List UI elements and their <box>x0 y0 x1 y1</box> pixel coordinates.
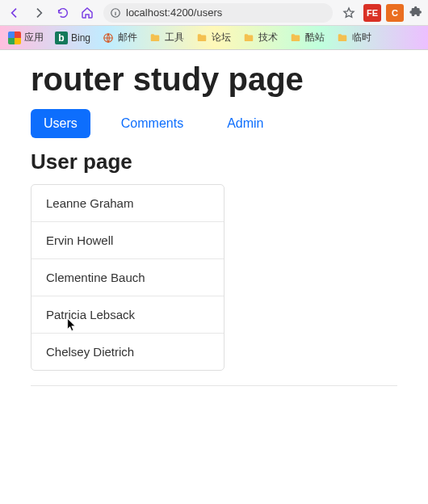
bookmark-label: 酷站 <box>305 31 325 44</box>
tab-users[interactable]: Users <box>31 109 90 138</box>
bookmark-label: 临时 <box>352 31 371 44</box>
bookmark-bing[interactable]: b Bing <box>52 30 94 46</box>
page-subtitle: User page <box>31 149 397 174</box>
star-icon[interactable] <box>338 2 360 24</box>
tab-comments[interactable]: Comments <box>108 109 196 138</box>
list-item[interactable]: Patricia Lebsack <box>31 296 224 334</box>
folder-icon <box>195 32 208 44</box>
user-name: Chelsey Dietrich <box>46 345 134 359</box>
bookmark-forum[interactable]: 论坛 <box>192 29 234 46</box>
bing-icon: b <box>55 32 68 44</box>
bookmark-label: 工具 <box>165 31 184 44</box>
user-name: Patricia Lebsack <box>46 308 135 321</box>
bookmark-cool[interactable]: 酷站 <box>286 29 328 46</box>
list-item[interactable]: Chelsey Dietrich <box>31 334 224 370</box>
nav-tabs: Users Comments Admin <box>31 109 397 138</box>
page-title: router study page <box>31 61 397 98</box>
bookmark-temp[interactable]: 临时 <box>333 29 375 46</box>
bookmark-apps[interactable]: 应用 <box>5 29 47 46</box>
folder-icon <box>289 32 302 44</box>
reload-icon[interactable] <box>52 2 74 24</box>
tab-label: Comments <box>121 116 183 130</box>
list-item[interactable]: Leanne Graham <box>31 185 224 222</box>
home-icon[interactable] <box>76 2 99 24</box>
tab-label: Admin <box>227 116 263 130</box>
folder-icon <box>336 32 349 44</box>
bookmark-tech[interactable]: 技术 <box>239 29 281 46</box>
extension-fe-icon[interactable]: FE <box>363 4 381 22</box>
list-item[interactable]: Ervin Howell <box>31 222 224 259</box>
folder-icon <box>149 32 162 44</box>
globe-icon <box>102 32 115 44</box>
list-item[interactable]: Clementine Bauch <box>31 259 224 296</box>
bookmark-tools[interactable]: 工具 <box>145 29 187 46</box>
bookmark-mail[interactable]: 邮件 <box>99 29 141 46</box>
bookmark-label: 邮件 <box>118 31 137 44</box>
user-name: Leanne Graham <box>46 196 133 210</box>
extensions-icon[interactable] <box>407 5 425 21</box>
bookmarks-bar: 应用 b Bing 邮件 工具 论坛 技术 酷站 <box>0 26 428 50</box>
browser-toolbar: localhost:4200/users FE C <box>0 0 428 26</box>
forward-icon[interactable] <box>27 2 50 24</box>
divider <box>31 385 397 386</box>
bookmark-label: 技术 <box>258 31 278 44</box>
apps-icon <box>8 32 21 44</box>
page-content: router study page Users Comments Admin U… <box>0 50 428 402</box>
bookmark-label: 论坛 <box>212 31 231 44</box>
extension-c-icon[interactable]: C <box>386 4 404 22</box>
user-name: Ervin Howell <box>46 233 113 247</box>
folder-icon <box>242 32 255 44</box>
url-text: localhost:4200/users <box>126 6 222 19</box>
bookmark-label: Bing <box>71 32 90 44</box>
tab-admin[interactable]: Admin <box>214 109 276 138</box>
back-icon[interactable] <box>3 2 26 24</box>
user-list: Leanne Graham Ervin Howell Clementine Ba… <box>31 184 224 371</box>
tab-label: Users <box>44 116 78 130</box>
address-bar[interactable]: localhost:4200/users <box>103 3 333 23</box>
user-name: Clementine Bauch <box>46 271 145 284</box>
bookmark-label: 应用 <box>24 31 44 44</box>
